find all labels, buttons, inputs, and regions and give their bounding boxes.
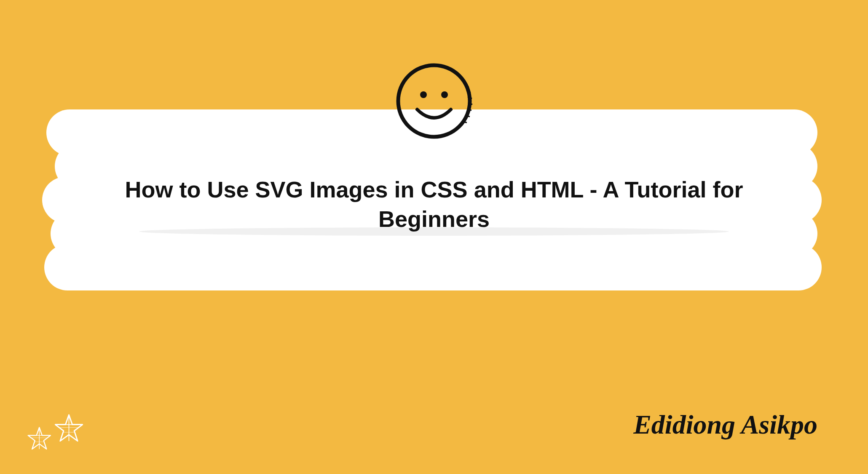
svg-point-14 <box>420 91 427 98</box>
svg-rect-4 <box>44 244 822 290</box>
svg-line-11 <box>467 109 472 110</box>
svg-line-12 <box>466 116 470 117</box>
smiley-icon <box>392 59 476 143</box>
stars-decor-icon <box>25 407 101 457</box>
svg-line-13 <box>463 122 467 122</box>
author-signature: Edidiong Asikpo <box>633 409 817 440</box>
svg-point-6 <box>398 65 470 137</box>
svg-point-15 <box>441 91 448 98</box>
article-title: How to Use SVG Images in CSS and HTML - … <box>105 175 763 234</box>
